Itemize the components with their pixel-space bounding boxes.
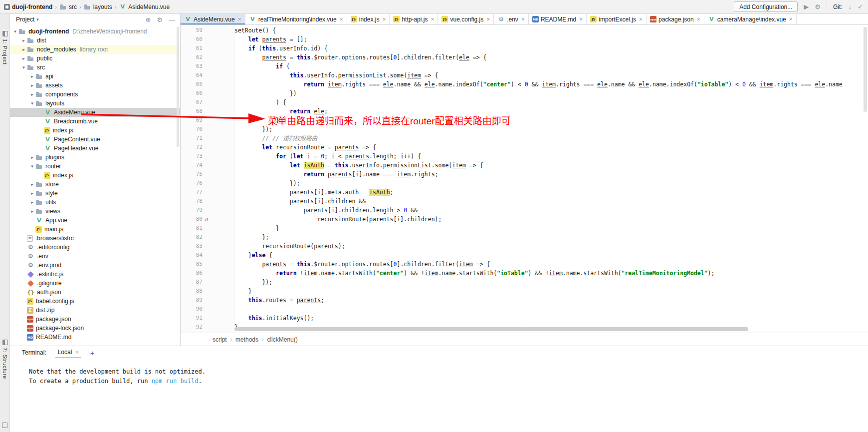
tree-item-utils[interactable]: ▸utils: [10, 198, 180, 207]
tree-item-style[interactable]: ▸style: [10, 189, 180, 198]
tree-item-gitignore[interactable]: .gitignore: [10, 279, 180, 288]
close-icon[interactable]: ×: [789, 16, 793, 22]
run-icon[interactable]: ▶: [804, 3, 809, 10]
tree-item-package-json[interactable]: package.json: [10, 315, 180, 324]
editor-tab-env[interactable]: .env×: [494, 14, 529, 24]
chevron-expanded-icon[interactable]: ▾: [20, 65, 27, 70]
hide-panel-icon[interactable]: —: [169, 16, 175, 23]
scrollbar-thumb[interactable]: [864, 27, 867, 112]
vertical-scrollbar[interactable]: [864, 27, 867, 227]
tree-item-eslintrc-js[interactable]: .eslintrc.js: [10, 270, 180, 279]
close-icon[interactable]: ×: [431, 16, 434, 22]
close-icon[interactable]: ×: [382, 16, 386, 22]
locate-file-icon[interactable]: ⊕: [145, 16, 151, 23]
tree-item-router[interactable]: ▾router: [10, 162, 180, 171]
settings-icon[interactable]: ⚙: [157, 16, 163, 23]
tree-item-layouts[interactable]: ▾layouts: [10, 99, 180, 108]
editor-breadcrumb-script[interactable]: script: [213, 336, 227, 343]
close-icon[interactable]: ×: [697, 16, 700, 22]
breadcrumb-item-duoji-frontend[interactable]: duoji-frontend: [4, 3, 52, 10]
tree-item-components[interactable]: ▸components: [10, 90, 180, 99]
tree-item-babel-config-js[interactable]: babel.config.js: [10, 297, 180, 306]
chevron-expanded-icon[interactable]: ▾: [29, 101, 35, 106]
tree-item-store[interactable]: ▸store: [10, 180, 180, 189]
chevron-collapsed-icon[interactable]: ▸: [29, 182, 35, 187]
tree-item-breadcrumb-vue[interactable]: Breadcrumb.vue: [10, 117, 180, 126]
tree-item-readme-md[interactable]: README.md: [10, 333, 180, 342]
close-icon[interactable]: ×: [579, 16, 583, 22]
editor-tab-index-js[interactable]: index.js×: [347, 14, 390, 24]
tree-item-app-vue[interactable]: App.vue: [10, 216, 180, 225]
tree-item-views[interactable]: ▸views: [10, 207, 180, 216]
chevron-collapsed-icon[interactable]: ▸: [29, 200, 35, 205]
project-panel-title[interactable]: Project ▾: [16, 16, 39, 23]
editor-tab-realtimemonitoring-index-vue[interactable]: realTimeMonitoring\index.vue×: [245, 14, 347, 24]
editor-breadcrumb-clickmenu[interactable]: clickMenu(): [267, 336, 297, 343]
close-icon[interactable]: ×: [486, 16, 490, 22]
close-icon[interactable]: ×: [75, 349, 78, 355]
new-terminal-button[interactable]: +: [90, 349, 95, 357]
chevron-collapsed-icon[interactable]: ▸: [20, 47, 27, 52]
code-editor[interactable]: 59setRoute() {60 let parents = [];61 if …: [181, 25, 868, 333]
breadcrumb-item-layouts[interactable]: layouts: [84, 3, 112, 10]
tree-item-index-js[interactable]: index.js: [10, 171, 180, 180]
tree-item-src[interactable]: ▾src: [10, 63, 180, 72]
editor-tab-importexcel-js[interactable]: importExcel.js×: [587, 14, 647, 24]
tree-item-node-modules[interactable]: ▸node_moduleslibrary root: [10, 45, 180, 54]
scrollbar-thumb[interactable]: [234, 327, 748, 331]
tree-item-duoji-frontend[interactable]: ▾duoji-frontendD:\zheheWeb\duoji-fronten…: [10, 27, 180, 36]
editor-tab-asidemenu-vue[interactable]: AsideMenu.vue×: [181, 14, 245, 24]
tree-item-assets[interactable]: ▸assets: [10, 81, 180, 90]
tree-item-dist-zip[interactable]: dist.zip: [10, 306, 180, 315]
tree-item-env[interactable]: .env: [10, 252, 180, 261]
chevron-collapsed-icon[interactable]: ▸: [29, 83, 35, 88]
chevron-expanded-icon[interactable]: ▾: [29, 164, 35, 169]
vcs-commit-icon[interactable]: ✓: [858, 3, 863, 10]
tree-item-main-js[interactable]: main.js: [10, 225, 180, 234]
tree-item-pageheader-vue[interactable]: PageHeader.vue: [10, 144, 180, 153]
chevron-collapsed-icon[interactable]: ▸: [29, 191, 35, 196]
tree-item-package-lock-json[interactable]: package-lock.json: [10, 324, 180, 333]
tree-item-auth-json[interactable]: auth.json: [10, 288, 180, 297]
terminal-tab-local[interactable]: Local ×: [55, 347, 81, 358]
breadcrumb-item-src[interactable]: src: [59, 3, 77, 10]
add-configuration-button[interactable]: Add Configuration...: [734, 1, 798, 12]
tree-item-public[interactable]: ▸public: [10, 54, 180, 63]
tree-item-api[interactable]: ▸api: [10, 72, 180, 81]
horizontal-scrollbar[interactable]: [234, 327, 858, 331]
breadcrumb-item-asidemenu-vue[interactable]: AsideMenu.vue: [119, 3, 170, 10]
tree-item-index-js[interactable]: index.js: [10, 126, 180, 135]
chevron-collapsed-icon[interactable]: ▸: [29, 209, 35, 214]
tree-item-asidemenu-vue[interactable]: AsideMenu.vue: [10, 108, 180, 117]
editor-tab-vue-config-js[interactable]: vue.config.js×: [438, 14, 494, 24]
tool-stripe-icon[interactable]: [2, 423, 7, 428]
chevron-collapsed-icon[interactable]: ▸: [20, 38, 27, 43]
tree-item-pagecontent-vue[interactable]: PageContent.vue: [10, 135, 180, 144]
close-icon[interactable]: ×: [340, 16, 343, 22]
chevron-expanded-icon[interactable]: ▾: [12, 29, 18, 34]
editor-tab-package-json[interactable]: package.json×: [647, 14, 704, 24]
debug-icon[interactable]: ⚙: [815, 3, 821, 10]
tree-item-plugins[interactable]: ▸plugins: [10, 153, 180, 162]
tool-button-project[interactable]: 1: Project: [0, 31, 10, 64]
project-tree-scrollbar[interactable]: [177, 27, 179, 147]
editor-tab-http-api-js[interactable]: http-api.js×: [390, 14, 438, 24]
terminal-output[interactable]: Note that the development build is not o…: [10, 359, 868, 386]
tree-item-dist[interactable]: ▸dist: [10, 36, 180, 45]
tree-item-browserslistrc[interactable]: .browserslistrc: [10, 234, 180, 243]
chevron-collapsed-icon[interactable]: ▸: [29, 155, 35, 160]
vcs-update-icon[interactable]: ↓: [849, 3, 852, 10]
close-icon[interactable]: ×: [521, 16, 525, 22]
chevron-collapsed-icon[interactable]: ▸: [29, 92, 35, 97]
chevron-collapsed-icon[interactable]: ▸: [29, 74, 35, 79]
close-icon[interactable]: ×: [639, 16, 643, 22]
editor-breadcrumb-methods[interactable]: methods: [235, 336, 258, 343]
editor-tab-cameramanage-index-vue[interactable]: cameraManage\index.vue×: [704, 14, 797, 24]
editor-tab-readme-md[interactable]: README.md×: [529, 14, 587, 24]
close-icon[interactable]: ×: [238, 16, 241, 22]
tool-button-structure[interactable]: 7: Structure: [0, 340, 10, 379]
tree-item-env-prod[interactable]: .env.prod: [10, 261, 180, 270]
code-line: 61 if (this.userInfo.id) {: [181, 44, 868, 53]
chevron-collapsed-icon[interactable]: ▸: [20, 56, 27, 61]
tree-item-editorconfig[interactable]: .editorconfig: [10, 243, 180, 252]
